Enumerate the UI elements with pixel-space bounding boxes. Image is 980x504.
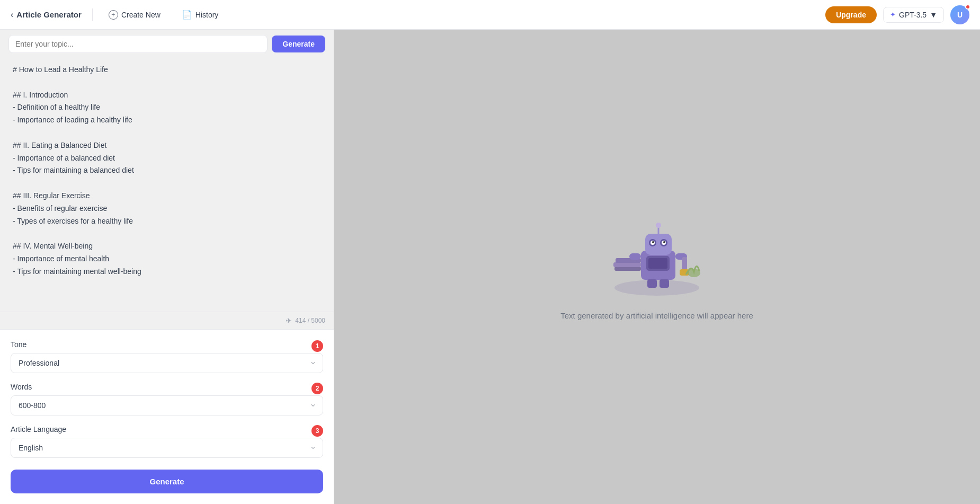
words-step-badge: 2: [311, 383, 323, 394]
history-button[interactable]: 📄 History: [176, 6, 224, 23]
top-input-area: Generate: [0, 30, 334, 53]
topic-input[interactable]: [8, 35, 268, 53]
svg-rect-14: [629, 253, 641, 260]
gpt-plus-icon: ✦: [890, 11, 896, 19]
header-divider: [92, 8, 93, 21]
svg-rect-19: [648, 258, 667, 269]
chevron-down-icon: ▼: [930, 11, 937, 19]
ai-placeholder-text: Text generated by artificial intelligenc…: [560, 311, 753, 320]
generate-button[interactable]: Generate: [11, 470, 323, 493]
language-group: Article Language 3 English Spanish Frenc…: [11, 425, 323, 458]
content-text: # How to Lead a Healthy Life ## I. Intro…: [13, 64, 321, 278]
history-label: History: [195, 11, 219, 19]
avatar-container: U: [950, 5, 969, 24]
tone-step-badge: 1: [311, 340, 323, 352]
tone-label: Tone: [11, 340, 323, 349]
svg-point-22: [688, 269, 700, 277]
plus-icon: +: [109, 10, 118, 20]
tone-group: Tone 1 Professional Casual Formal Friend…: [11, 340, 323, 373]
main-content: Generate # How to Lead a Healthy Life ##…: [0, 0, 980, 504]
words-select[interactable]: 600-800 300-500 800-1000 1000-1500: [11, 395, 323, 415]
header-left: ‹ Article Generator + Create New 📄 Histo…: [11, 6, 224, 23]
svg-point-11: [663, 241, 665, 243]
right-panel: Text generated by artificial intelligenc…: [334, 30, 980, 504]
svg-point-13: [656, 223, 661, 228]
robot-illustration: [604, 214, 710, 298]
words-label: Words: [11, 383, 323, 391]
svg-point-10: [652, 241, 654, 243]
top-input-row: Generate: [8, 35, 325, 53]
language-select[interactable]: English Spanish French German: [11, 438, 323, 458]
settings-panel: Tone 1 Professional Casual Formal Friend…: [0, 329, 334, 504]
words-group: Words 2 600-800 300-500 800-1000 1000-15…: [11, 383, 323, 415]
svg-rect-1: [614, 267, 641, 271]
gpt-selector[interactable]: ✦ GPT-3.5 ▼: [883, 7, 944, 23]
tone-select[interactable]: Professional Casual Formal Friendly: [11, 353, 323, 373]
char-count: 414 / 5000: [295, 317, 325, 324]
svg-rect-20: [647, 279, 657, 288]
history-icon: 📄: [182, 10, 192, 20]
app-title: Article Generator: [16, 10, 82, 19]
create-new-label: Create New: [121, 11, 161, 19]
language-step-badge: 3: [311, 425, 323, 437]
svg-rect-21: [660, 279, 669, 288]
header-right: Upgrade ✦ GPT-3.5 ▼ U: [825, 5, 969, 24]
svg-rect-16: [682, 257, 687, 270]
back-icon: ‹: [11, 10, 13, 20]
language-label: Article Language: [11, 425, 323, 434]
back-button[interactable]: ‹ Article Generator: [11, 10, 82, 20]
sparkle-icon: ✈: [286, 316, 292, 325]
left-panel: Generate # How to Lead a Healthy Life ##…: [0, 30, 334, 504]
svg-rect-5: [645, 234, 672, 255]
content-area: # How to Lead a Healthy Life ## I. Intro…: [0, 53, 334, 312]
char-count-area: ✈ 414 / 5000: [0, 312, 334, 329]
upgrade-button[interactable]: Upgrade: [825, 6, 877, 23]
generate-top-button[interactable]: Generate: [272, 36, 325, 52]
notification-dot: [965, 4, 970, 10]
create-new-button[interactable]: + Create New: [103, 7, 166, 23]
header: ‹ Article Generator + Create New 📄 Histo…: [0, 0, 980, 30]
svg-rect-2: [613, 262, 641, 267]
gpt-label: GPT-3.5: [899, 11, 926, 19]
